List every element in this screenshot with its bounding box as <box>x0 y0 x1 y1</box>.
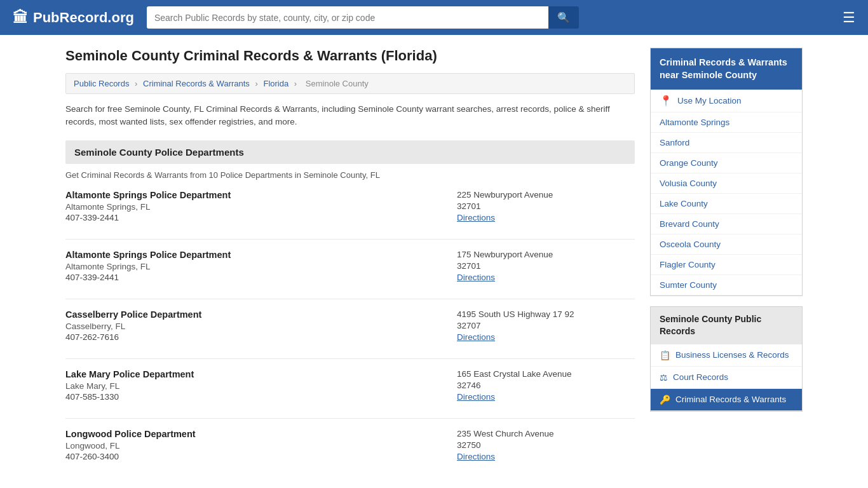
public-record-link[interactable]: 🔑Criminal Records & Warrants <box>651 389 802 411</box>
search-bar: 🔍 <box>147 6 579 29</box>
directions-link[interactable]: Directions <box>457 332 495 342</box>
nearby-county-item: Flagler County <box>651 255 802 275</box>
department-item: Lake Mary Police Department Lake Mary, F… <box>65 369 635 403</box>
public-record-link[interactable]: ⚖Court Records <box>651 367 802 389</box>
section-subtext: Get Criminal Records & Warrants from 10 … <box>65 170 635 180</box>
directions-link[interactable]: Directions <box>457 273 495 282</box>
dept-right: 175 Newburyport Avenue 32701 Directions <box>457 250 635 283</box>
nearby-county-item: Sumter County <box>651 275 802 295</box>
directions-link[interactable]: Directions <box>457 392 495 402</box>
dept-city-state: Altamonte Springs, FL <box>65 202 457 212</box>
dept-address-line2: 32750 <box>457 440 635 450</box>
directions-link[interactable]: Directions <box>457 213 495 222</box>
logo[interactable]: 🏛 PubRecord.org <box>13 9 134 27</box>
dept-phone: 407-262-7616 <box>65 332 457 342</box>
use-location-label: Use My Location <box>677 96 742 105</box>
logo-text: PubRecord.org <box>33 10 134 26</box>
dept-divider <box>65 358 635 359</box>
dept-divider <box>65 299 635 299</box>
department-item: Longwood Police Department Longwood, FL … <box>65 429 635 463</box>
nearby-county-link[interactable]: Orange County <box>651 153 802 173</box>
public-records-list: 📋Business Licenses & Records⚖Court Recor… <box>651 344 802 411</box>
page-description: Search for free Seminole County, FL Crim… <box>65 103 635 129</box>
nearby-county-link[interactable]: Osceola County <box>651 234 802 254</box>
dept-phone: 407-339-2441 <box>65 273 457 282</box>
dept-address-line1: 235 West Church Avenue <box>457 429 635 438</box>
dept-info: Casselberry Police Department Casselberr… <box>65 309 457 343</box>
dept-address-line2: 32701 <box>457 261 635 271</box>
department-item: Casselberry Police Department Casselberr… <box>65 309 635 343</box>
dept-name: Altamonte Springs Police Department <box>65 250 457 260</box>
dept-city-state: Longwood, FL <box>65 441 457 451</box>
content-area: Seminole County Criminal Records & Warra… <box>65 48 635 478</box>
dept-phone: 407-339-2441 <box>65 213 457 222</box>
dept-city-state: Altamonte Springs, FL <box>65 262 457 271</box>
nearby-county-link[interactable]: Brevard County <box>651 214 802 234</box>
dept-info: Lake Mary Police Department Lake Mary, F… <box>65 369 457 403</box>
nearby-county-item: Orange County <box>651 153 802 173</box>
dept-address-line1: 175 Newburyport Avenue <box>457 250 635 259</box>
dept-address-line1: 225 Newburyport Avenue <box>457 190 635 200</box>
dept-name: Altamonte Springs Police Department <box>65 190 457 200</box>
public-records-box: Seminole County Public Records 📋Business… <box>650 306 803 412</box>
dept-city-state: Casselberry, FL <box>65 322 457 331</box>
header: 🏛 PubRecord.org 🔍 ☰ <box>0 0 868 35</box>
search-button[interactable]: 🔍 <box>548 6 579 29</box>
nearby-county-item: Osceola County <box>651 234 802 255</box>
nearby-county-link[interactable]: Volusia County <box>651 173 802 193</box>
nearby-county-item: Sanford <box>651 133 802 153</box>
dept-info: Altamonte Springs Police Department Alta… <box>65 190 457 224</box>
breadcrumb: Public Records › Criminal Records & Warr… <box>65 73 635 94</box>
nearby-county-link[interactable]: Altamonte Springs <box>651 112 802 132</box>
nearby-box: Criminal Records & Warrants near Seminol… <box>650 48 803 296</box>
record-type-icon: 🔑 <box>660 395 670 405</box>
menu-button[interactable]: ☰ <box>843 10 855 26</box>
dept-right: 235 West Church Avenue 32750 Directions <box>457 429 635 463</box>
dept-address-line1: 165 East Crystal Lake Avenue <box>457 369 635 379</box>
directions-link[interactable]: Directions <box>457 452 495 461</box>
use-my-location[interactable]: 📍 Use My Location <box>651 90 802 112</box>
search-input[interactable] <box>147 6 548 29</box>
dept-name: Lake Mary Police Department <box>65 369 457 379</box>
nearby-county-item: Lake County <box>651 194 802 214</box>
department-list: Altamonte Springs Police Department Alta… <box>65 190 635 463</box>
dept-info: Altamonte Springs Police Department Alta… <box>65 250 457 283</box>
department-item: Altamonte Springs Police Department Alta… <box>65 190 635 224</box>
dept-info: Longwood Police Department Longwood, FL … <box>65 429 457 463</box>
public-records-header: Seminole County Public Records <box>651 307 802 344</box>
breadcrumb-florida[interactable]: Florida <box>263 79 288 88</box>
record-type-label: Criminal Records & Warrants <box>675 395 786 404</box>
breadcrumb-criminal-records[interactable]: Criminal Records & Warrants <box>143 79 250 88</box>
public-record-link[interactable]: 📋Business Licenses & Records <box>651 344 802 367</box>
breadcrumb-public-records[interactable]: Public Records <box>74 79 129 88</box>
dept-divider <box>65 239 635 240</box>
dept-right: 225 Newburyport Avenue 32701 Directions <box>457 190 635 224</box>
record-type-icon: 📋 <box>660 350 670 360</box>
section-header: Seminole County Police Departments <box>65 140 635 164</box>
record-type-label: Court Records <box>673 372 728 382</box>
nearby-box-header: Criminal Records & Warrants near Seminol… <box>651 48 802 90</box>
nearby-county-link[interactable]: Sumter County <box>651 275 802 295</box>
location-icon: 📍 <box>660 95 672 107</box>
dept-right: 4195 South US Highway 17 92 32707 Direct… <box>457 309 635 343</box>
dept-divider <box>65 418 635 419</box>
dept-address-line2: 32701 <box>457 201 635 211</box>
menu-icon: ☰ <box>843 10 855 25</box>
nearby-county-item: Brevard County <box>651 214 802 234</box>
nearby-list: Altamonte SpringsSanfordOrange CountyVol… <box>651 112 802 295</box>
nearby-county-link[interactable]: Flagler County <box>651 255 802 274</box>
page-title: Seminole County Criminal Records & Warra… <box>65 48 635 64</box>
department-item: Altamonte Springs Police Department Alta… <box>65 250 635 283</box>
dept-address-line2: 32707 <box>457 321 635 330</box>
nearby-county-link[interactable]: Lake County <box>651 194 802 214</box>
dept-address-line1: 4195 South US Highway 17 92 <box>457 309 635 319</box>
nearby-county-link[interactable]: Sanford <box>651 133 802 152</box>
record-type-icon: ⚖ <box>660 372 668 383</box>
main-container: Seminole County Criminal Records & Warra… <box>53 35 815 488</box>
dept-phone: 407-585-1330 <box>65 392 457 402</box>
record-type-label: Business Licenses & Records <box>675 350 789 360</box>
logo-icon: 🏛 <box>13 9 28 27</box>
dept-name: Longwood Police Department <box>65 429 457 439</box>
dept-city-state: Lake Mary, FL <box>65 381 457 391</box>
dept-address-line2: 32746 <box>457 381 635 390</box>
